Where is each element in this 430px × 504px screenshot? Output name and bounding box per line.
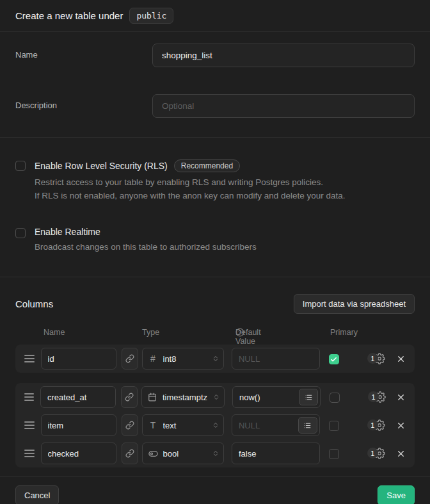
column-settings-button[interactable]: 1 bbox=[367, 419, 386, 432]
close-icon bbox=[396, 393, 406, 402]
column-default-input[interactable] bbox=[232, 443, 320, 464]
column-settings-button[interactable]: 1 bbox=[367, 447, 386, 460]
drag-handle-icon[interactable] bbox=[24, 421, 35, 429]
default-value-picker-button[interactable] bbox=[298, 417, 317, 434]
dialog-title: Create a new table under bbox=[15, 10, 123, 21]
drag-handle-icon[interactable] bbox=[24, 393, 34, 401]
primary-checkbox[interactable] bbox=[329, 449, 339, 459]
columns-rows-card: timestamptz 1 bbox=[15, 383, 415, 467]
foreign-key-button[interactable] bbox=[122, 414, 138, 436]
column-settings-button[interactable]: 1 bbox=[368, 391, 386, 403]
column-name-input[interactable] bbox=[40, 386, 116, 408]
save-button[interactable]: Save bbox=[378, 485, 415, 504]
hash-icon: # bbox=[148, 354, 158, 364]
header-type: Type bbox=[142, 328, 159, 337]
description-row: Description bbox=[15, 94, 415, 118]
close-icon bbox=[396, 421, 406, 430]
columns-section: Columns Import data via spreadsheet Name… bbox=[0, 277, 430, 477]
foreign-key-button[interactable] bbox=[122, 443, 138, 464]
calendar-icon bbox=[148, 393, 157, 402]
chevron-up-down-icon bbox=[212, 355, 219, 362]
default-value-picker-button[interactable] bbox=[299, 389, 318, 405]
table-options-section: Enable Row Level Security (RLS) Recommen… bbox=[0, 138, 430, 277]
column-type-value: bool bbox=[163, 449, 207, 459]
primary-checkbox[interactable] bbox=[330, 393, 340, 403]
check-icon bbox=[330, 356, 337, 363]
chevron-up-down-icon bbox=[212, 421, 219, 429]
drag-handle-icon[interactable] bbox=[24, 450, 35, 457]
drag-handle-icon[interactable] bbox=[24, 355, 35, 362]
primary-checkbox[interactable] bbox=[329, 421, 339, 431]
foreign-key-button[interactable] bbox=[121, 386, 138, 408]
realtime-checkbox[interactable] bbox=[15, 228, 26, 238]
chevron-up-down-icon bbox=[212, 393, 220, 401]
toggle-icon bbox=[148, 449, 158, 459]
name-row: Name bbox=[15, 44, 415, 67]
chevron-up-down-icon bbox=[212, 450, 219, 457]
link-icon bbox=[125, 354, 134, 363]
text-icon: T bbox=[148, 420, 158, 430]
column-row-checked: bool 1 bbox=[15, 439, 415, 467]
link-icon bbox=[125, 393, 134, 402]
settings-count-badge: 1 bbox=[368, 391, 379, 402]
realtime-label: Enable Realtime bbox=[35, 227, 100, 237]
close-icon bbox=[396, 449, 406, 459]
column-name-input[interactable] bbox=[41, 348, 116, 370]
column-settings-button[interactable]: 1 bbox=[367, 352, 386, 365]
cancel-button[interactable]: Cancel bbox=[15, 485, 59, 504]
table-description-input[interactable] bbox=[152, 94, 415, 118]
header-name: Name bbox=[44, 328, 65, 337]
column-type-value: int8 bbox=[163, 354, 207, 364]
rls-checkbox[interactable] bbox=[15, 161, 26, 171]
column-type-value: text bbox=[163, 421, 207, 430]
link-icon bbox=[125, 449, 134, 458]
realtime-description: Broadcast changes on this table to autho… bbox=[35, 240, 257, 254]
columns-title: Columns bbox=[15, 298, 53, 309]
columns-table-header: Name Type Default Value Primary bbox=[0, 328, 430, 338]
column-name-input[interactable] bbox=[41, 443, 116, 464]
remove-column-button[interactable] bbox=[396, 393, 406, 402]
column-row-created-at: timestamptz 1 bbox=[15, 383, 415, 411]
table-info-section: Name Description bbox=[0, 32, 430, 138]
foreign-key-button[interactable] bbox=[122, 348, 138, 370]
settings-count-badge: 1 bbox=[367, 353, 378, 364]
dialog-header: Create a new table under public bbox=[0, 0, 430, 32]
table-name-input[interactable] bbox=[152, 44, 415, 67]
header-primary: Primary bbox=[330, 328, 358, 337]
help-icon[interactable] bbox=[235, 328, 244, 337]
primary-checkbox[interactable] bbox=[329, 354, 339, 364]
close-icon bbox=[396, 354, 406, 364]
remove-column-button[interactable] bbox=[396, 449, 406, 459]
import-spreadsheet-button[interactable]: Import data via spreadsheet bbox=[294, 294, 415, 314]
primary-row-card: # int8 1 bbox=[15, 345, 415, 373]
list-icon bbox=[305, 393, 313, 402]
realtime-option: Enable Realtime Broadcast changes on thi… bbox=[15, 227, 415, 254]
settings-count-badge: 1 bbox=[367, 419, 378, 430]
column-type-value: timestamptz bbox=[163, 393, 207, 402]
column-type-select[interactable]: T text bbox=[142, 414, 224, 436]
description-label: Description bbox=[15, 94, 152, 110]
rls-description-line1: Restrict access to your table by enablin… bbox=[35, 175, 346, 189]
column-type-select[interactable]: timestamptz bbox=[141, 386, 225, 408]
column-type-select[interactable]: bool bbox=[142, 443, 224, 464]
column-row-id: # int8 1 bbox=[15, 345, 415, 373]
remove-column-button[interactable] bbox=[396, 354, 406, 364]
link-icon bbox=[125, 421, 134, 430]
recommended-badge: Recommended bbox=[174, 159, 240, 172]
rls-description-line2: If RLS is not enabled, anyone with the a… bbox=[35, 189, 346, 202]
rls-label: Enable Row Level Security (RLS) bbox=[35, 161, 168, 171]
column-row-item: T text 1 bbox=[15, 411, 415, 439]
name-label: Name bbox=[15, 44, 152, 60]
column-name-input[interactable] bbox=[41, 414, 116, 436]
column-type-select[interactable]: # int8 bbox=[142, 348, 224, 370]
list-icon bbox=[303, 421, 312, 430]
settings-count-badge: 1 bbox=[367, 448, 378, 459]
column-default-input[interactable] bbox=[232, 348, 320, 370]
remove-column-button[interactable] bbox=[396, 421, 406, 430]
rls-option: Enable Row Level Security (RLS) Recommen… bbox=[15, 159, 415, 202]
dialog-footer: Cancel Save bbox=[0, 477, 430, 504]
schema-badge: public bbox=[129, 8, 173, 24]
